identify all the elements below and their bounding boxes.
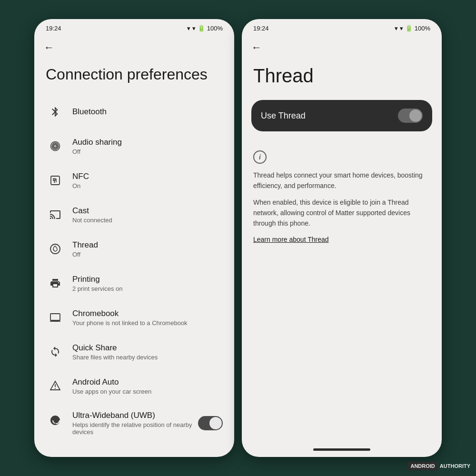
thread-page-title: Thread	[242, 58, 442, 100]
signal-icon-right: ▾	[400, 25, 403, 32]
bluetooth-label: Bluetooth	[72, 107, 107, 117]
printing-sublabel: 2 print services on	[72, 285, 123, 292]
learn-more-link[interactable]: Learn more about Thread	[253, 236, 329, 243]
chromebook-icon	[46, 308, 65, 327]
uwb-icon	[46, 411, 65, 430]
uwb-left: Ultra-Wideband (UWB) Helps identify the …	[46, 411, 198, 436]
cast-sublabel: Not connected	[72, 217, 112, 224]
cast-text: Cast Not connected	[72, 206, 112, 224]
use-thread-toggle[interactable]	[398, 109, 423, 123]
nfc-icon	[46, 171, 65, 190]
settings-item-thread[interactable]: Thread Off	[34, 232, 234, 266]
audio-sharing-label: Audio sharing	[72, 138, 122, 147]
settings-item-cast[interactable]: Cast Not connected	[34, 198, 234, 232]
watermark-android: ANDROID	[407, 462, 437, 470]
use-thread-label: Use Thread	[261, 111, 306, 121]
quick-share-label: Quick Share	[72, 343, 158, 353]
time-right: 19:24	[253, 25, 269, 32]
thread-text: Thread Off	[72, 240, 98, 258]
settings-item-audio-sharing[interactable]: Audio sharing Off	[34, 129, 234, 163]
back-button-right[interactable]: ←	[242, 36, 442, 58]
page-title-left: Connection preferences	[34, 58, 234, 95]
settings-item-quick-share[interactable]: Quick Share Share files with nearby devi…	[34, 335, 234, 369]
cast-icon	[46, 205, 65, 224]
home-bar-right	[313, 448, 370, 451]
audio-sharing-icon	[46, 137, 65, 156]
wifi-icon: ▾	[187, 25, 190, 32]
watermark: ANDROID AUTHORITY	[407, 462, 470, 470]
thread-icon	[46, 239, 65, 258]
svg-rect-8	[53, 321, 58, 322]
svg-point-11	[55, 388, 56, 389]
thread-description-2: When enabled, this device is eligible to…	[253, 198, 430, 228]
quick-share-icon	[46, 342, 65, 361]
watermark-authority: AUTHORITY	[440, 463, 470, 469]
settings-item-bluetooth[interactable]: Bluetooth	[34, 95, 234, 129]
quick-share-sublabel: Share files with nearby devices	[72, 354, 158, 361]
battery-percent-right: 100%	[415, 25, 430, 32]
thread-sublabel: Off	[72, 251, 98, 258]
android-auto-label: Android Auto	[72, 377, 151, 387]
chromebook-sublabel: Your phone is not linked to a Chromebook	[72, 319, 188, 327]
uwb-toggle-knob	[209, 417, 222, 429]
settings-item-chromebook[interactable]: Chromebook Your phone is not linked to a…	[34, 300, 234, 335]
svg-point-6	[50, 244, 60, 254]
settings-item-android-auto[interactable]: Android Auto Use apps on your car screen	[34, 369, 234, 403]
settings-item-nfc[interactable]: NFC On	[34, 163, 234, 198]
nfc-label: NFC	[72, 172, 89, 181]
uwb-toggle[interactable]	[198, 416, 223, 430]
settings-item-uwb[interactable]: Ultra-Wideband (UWB) Helps identify the …	[34, 403, 234, 443]
uwb-label: Ultra-Wideband (UWB)	[72, 411, 198, 420]
chromebook-label: Chromebook	[72, 309, 188, 318]
use-thread-card[interactable]: Use Thread	[251, 100, 432, 131]
thread-description-1: Thread helps connect your smart home dev…	[253, 170, 430, 191]
settings-list: Bluetooth Audio sharing Off NFC	[34, 95, 234, 443]
right-screen-content: Thread Use Thread i Thread helps connect…	[242, 58, 442, 442]
settings-item-printing[interactable]: Printing 2 print services on	[34, 266, 234, 300]
left-phone: 19:24 ▾ ▾ 🔋 100% ← Connection preference…	[34, 19, 234, 457]
back-button-left[interactable]: ←	[34, 36, 234, 58]
chromebook-text: Chromebook Your phone is not linked to a…	[72, 309, 188, 327]
left-screen-content: Connection preferences Bluetooth Audio s…	[34, 58, 234, 457]
bluetooth-icon	[46, 102, 65, 121]
info-icon: i	[253, 150, 267, 164]
svg-point-0	[55, 146, 56, 147]
status-icons-left: ▾ ▾ 🔋 100%	[187, 25, 223, 32]
android-auto-icon	[46, 377, 65, 396]
printing-label: Printing	[72, 275, 123, 284]
android-auto-text: Android Auto Use apps on your car screen	[72, 377, 151, 395]
printing-text: Printing 2 print services on	[72, 275, 123, 292]
uwb-text: Ultra-Wideband (UWB) Helps identify the …	[72, 411, 198, 436]
cast-label: Cast	[72, 206, 112, 216]
battery-icon: 🔋	[198, 25, 205, 32]
audio-sharing-text: Audio sharing Off	[72, 138, 122, 155]
home-indicator-right	[242, 442, 442, 457]
svg-rect-7	[50, 314, 60, 320]
time-left: 19:24	[46, 25, 61, 32]
print-icon	[46, 274, 65, 293]
bluetooth-text: Bluetooth	[72, 107, 107, 117]
signal-icon: ▾	[192, 25, 196, 32]
quick-share-text: Quick Share Share files with nearby devi…	[72, 343, 158, 361]
uwb-sublabel: Helps identify the relative position of …	[72, 421, 198, 436]
battery-icon-right: 🔋	[405, 25, 413, 32]
thread-info-section: i Thread helps connect your smart home d…	[242, 141, 442, 253]
thread-label: Thread	[72, 240, 98, 250]
nfc-sublabel: On	[72, 182, 89, 189]
nfc-text: NFC On	[72, 172, 89, 189]
use-thread-toggle-knob	[409, 109, 422, 122]
android-auto-sublabel: Use apps on your car screen	[72, 388, 151, 395]
audio-sharing-sublabel: Off	[72, 148, 122, 155]
status-icons-right: ▾ ▾ 🔋 100%	[395, 25, 430, 32]
wifi-icon-right: ▾	[395, 25, 398, 32]
battery-percent-left: 100%	[207, 25, 223, 32]
right-phone: 19:24 ▾ ▾ 🔋 100% ← Thread Use Thread i T…	[242, 19, 442, 457]
status-bar-right: 19:24 ▾ ▾ 🔋 100%	[242, 19, 442, 36]
status-bar-left: 19:24 ▾ ▾ 🔋 100%	[34, 19, 234, 36]
